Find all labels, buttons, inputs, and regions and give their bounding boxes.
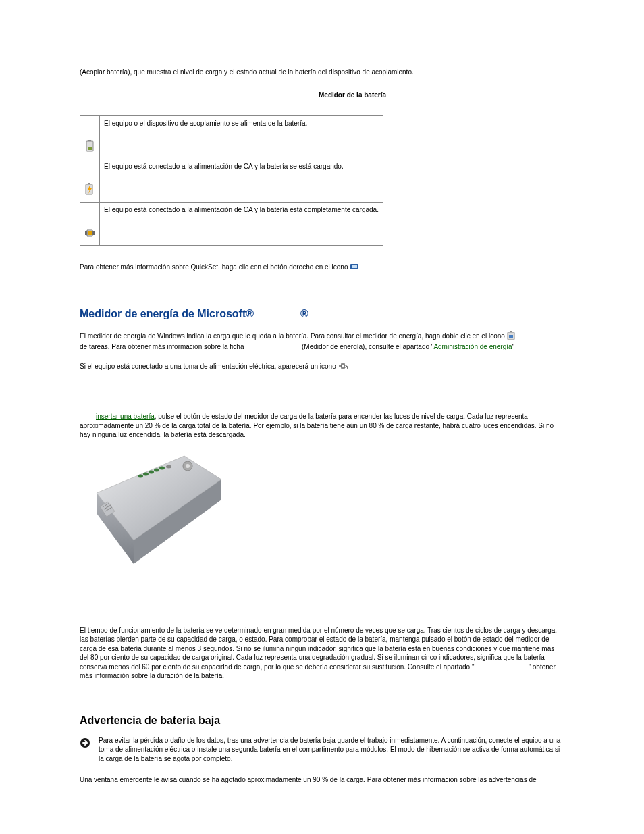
text-span: Si el equipo está conectado a una toma d… xyxy=(80,363,336,370)
heading-part-a: Medidor de energía de Microsoft® xyxy=(80,308,254,319)
battery-full-icon-cell xyxy=(80,203,100,246)
table-cell-text: El equipo está conectado a la alimentaci… xyxy=(100,159,383,203)
text-span: de tareas. Para obtener más información … xyxy=(80,343,244,350)
heading-power-meter: Medidor de energía de Microsoft® ® xyxy=(80,308,564,320)
svg-rect-2 xyxy=(88,147,92,150)
intro-text: (Acoplar batería), que muestra el nivel … xyxy=(80,68,564,77)
battery-charging-icon-cell xyxy=(80,159,100,203)
battery-icon xyxy=(86,140,94,152)
windows-meter-para-1: El medidor de energía de Windows indica … xyxy=(80,331,564,352)
svg-point-20 xyxy=(159,466,165,469)
table-row: El equipo o el dispositivo de acoplamien… xyxy=(80,116,383,159)
text-span: (Medidor de energía), consulte el aparta… xyxy=(302,343,433,350)
table-cell-text: El equipo está conectado a la alimentaci… xyxy=(100,203,383,246)
battery-icon-cell xyxy=(80,116,100,159)
battery-health-para: El tiempo de funcionamiento de la baterí… xyxy=(80,626,564,681)
text-span: El tiempo de funcionamiento de la baterí… xyxy=(80,627,557,671)
quickset-icon xyxy=(350,262,359,274)
svg-rect-12 xyxy=(344,365,346,366)
battery-full-icon xyxy=(84,228,95,238)
battery-photo xyxy=(80,449,564,585)
plug-para: Si el equipo está conectado a una toma d… xyxy=(80,361,564,373)
svg-point-18 xyxy=(149,470,154,473)
quickset-text: Para obtener más información sobre Quick… xyxy=(80,263,348,271)
table-caption: Medidor de la batería xyxy=(80,90,564,100)
charge-gauge-para: insertar una batería, pulse el botón de … xyxy=(80,412,564,440)
plug-icon xyxy=(338,361,350,373)
insert-battery-link[interactable]: insertar una batería xyxy=(96,413,155,420)
heading-part-b: ® xyxy=(300,308,308,319)
svg-point-19 xyxy=(154,468,159,471)
svg-rect-11 xyxy=(509,335,513,338)
table-cell-text: El equipo o el dispositivo de acoplamien… xyxy=(100,116,383,159)
text-span: El medidor de energía de Windows indica … xyxy=(80,332,505,340)
table-row: El equipo está conectado a la alimentaci… xyxy=(80,159,383,203)
table-row: El equipo está conectado a la alimentaci… xyxy=(80,203,383,246)
tray-battery-icon xyxy=(507,331,515,343)
svg-point-15 xyxy=(186,464,190,468)
battery-meter-table: El equipo o el dispositivo de acoplamien… xyxy=(80,115,383,246)
battery-charging-icon xyxy=(84,183,95,195)
svg-rect-7 xyxy=(88,231,92,235)
svg-point-17 xyxy=(143,472,149,475)
notice-block: Para evitar la pérdida o daño de los dat… xyxy=(80,736,564,764)
final-para: Una ventana emergente le avisa cuando se… xyxy=(80,775,564,785)
notice-icon xyxy=(80,737,90,750)
svg-rect-13 xyxy=(344,367,346,368)
heading-low-battery: Advertencia de batería baja xyxy=(80,714,564,727)
svg-point-16 xyxy=(138,474,143,477)
text-span: " xyxy=(512,343,515,350)
svg-point-21 xyxy=(166,465,171,468)
power-mgmt-link[interactable]: Administración de energía xyxy=(433,343,512,350)
notice-text: Para evitar la pérdida o daño de los dat… xyxy=(99,736,564,764)
quickset-info: Para obtener más información sobre Quick… xyxy=(80,262,564,274)
